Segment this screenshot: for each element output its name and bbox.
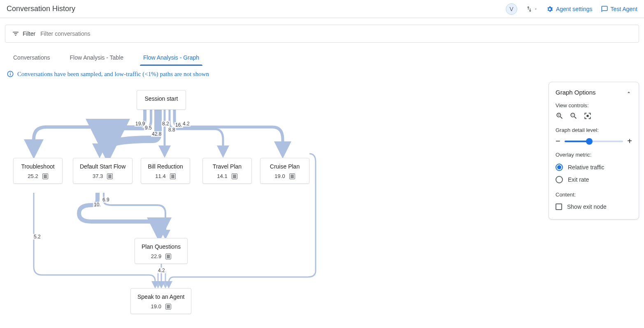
edge-label: 5.2 [33,234,42,240]
radio-exit-rate[interactable]: Exit rate [556,173,632,186]
edge-label: 10. [93,202,102,208]
publish-menu[interactable] [525,5,538,13]
detail-level-label: Graph detail level: [556,127,632,133]
node-title: Troubleshoot [20,163,56,170]
tab-flow-analysis-table[interactable]: Flow Analysis - Table [67,50,127,66]
detail-decrease-button[interactable]: − [556,136,560,146]
node-plan-questions[interactable]: Plan Questions 22.9 [135,238,188,264]
checkbox-show-exit-node[interactable]: Show exit node [556,201,632,213]
graph-canvas-wrap: Session start Troubleshoot 25.2 Default … [5,82,639,320]
checkbox-icon [556,203,562,210]
agent-settings-button[interactable]: Agent settings [546,5,593,13]
node-travel-plan[interactable]: Travel Plan 14.1 [202,158,252,184]
top-actions: V Agent settings Test Agent [506,3,637,15]
test-agent-button[interactable]: Test Agent [601,5,637,13]
chevron-up-icon [625,89,632,96]
detail-increase-button[interactable]: + [627,136,632,146]
node-value: 11.4 [155,173,165,179]
sampling-notice: Conversations have been sampled, and low… [0,66,644,82]
node-value: 19.0 [151,303,161,310]
edge-label: 8.2 [161,121,170,127]
graph-options-panel: Graph Options View controls: Graph detai… [549,82,639,219]
node-title: Cruise Plan [267,163,302,170]
node-title: Speak to an Agent [137,293,184,300]
edge-label: 42.8 [151,131,162,137]
list-icon [42,173,48,179]
node-title: Bill Reduction [148,163,183,170]
svg-rect-1 [10,74,11,76]
node-session-start[interactable]: Session start [137,90,186,110]
filter-input[interactable] [40,30,632,37]
overlay-metric-label: Overlay metric: [556,152,632,158]
list-icon [107,173,113,179]
edge-label: 4.2 [182,121,191,127]
edge-label: 4.2 [157,268,166,273]
test-agent-label: Test Agent [611,6,637,12]
filter-icon [12,30,19,37]
top-bar: Conversation History V Agent settings Te… [0,0,644,18]
node-bill-reduction[interactable]: Bill Reduction 11.4 [141,158,190,184]
node-title: Session start [144,95,179,102]
node-cruise-plan[interactable]: Cruise Plan 19.0 [260,158,309,184]
node-value: 25.2 [28,173,38,179]
view-controls-label: View controls: [556,102,632,109]
svg-rect-2 [10,72,11,73]
page-title: Conversation History [7,5,75,13]
filter-label: Filter [12,30,35,37]
list-icon [170,173,176,179]
zoom-out-button[interactable] [570,112,578,121]
chevron-down-icon [534,7,538,11]
node-troubleshoot[interactable]: Troubleshoot 25.2 [13,158,63,184]
swap-vert-icon [525,5,533,13]
edge-label: 9.5 [144,125,153,131]
node-value: 19.0 [274,173,285,179]
agent-settings-label: Agent settings [556,6,593,12]
radio-icon [556,176,563,183]
node-value: 37.3 [93,173,103,179]
filter-bar: Filter [5,25,639,43]
node-value: 22.9 [151,253,161,259]
tab-conversations[interactable]: Conversations [10,50,53,66]
zoom-in-button[interactable] [556,112,564,121]
node-title: Travel Plan [209,163,245,170]
avatar[interactable]: V [506,3,517,15]
list-icon [289,173,295,179]
tab-flow-analysis-graph[interactable]: Flow Analysis - Graph [140,50,202,66]
node-title: Default Start Flow [80,163,126,170]
list-icon [165,254,171,259]
tab-bar: Conversations Flow Analysis - Table Flow… [0,50,644,66]
list-icon [165,304,171,310]
radio-icon [556,164,563,171]
info-icon [7,70,14,78]
node-default-start-flow[interactable]: Default Start Flow 37.3 [73,158,133,184]
fit-screen-button[interactable] [584,112,592,121]
chat-icon [601,5,608,13]
gear-icon [546,5,553,13]
options-header[interactable]: Graph Options [556,89,632,96]
content-label: Content: [556,192,632,198]
node-speak-to-agent[interactable]: Speak to an Agent 19.0 [130,288,191,314]
list-icon [232,173,237,179]
detail-slider[interactable] [565,141,623,142]
node-value: 14.1 [217,173,227,179]
node-title: Plan Questions [142,243,181,250]
edge-label: 8.8 [167,127,176,133]
radio-relative-traffic[interactable]: Relative traffic [556,161,632,173]
flow-edges [5,82,639,320]
edge-label: 6.9 [102,197,110,203]
